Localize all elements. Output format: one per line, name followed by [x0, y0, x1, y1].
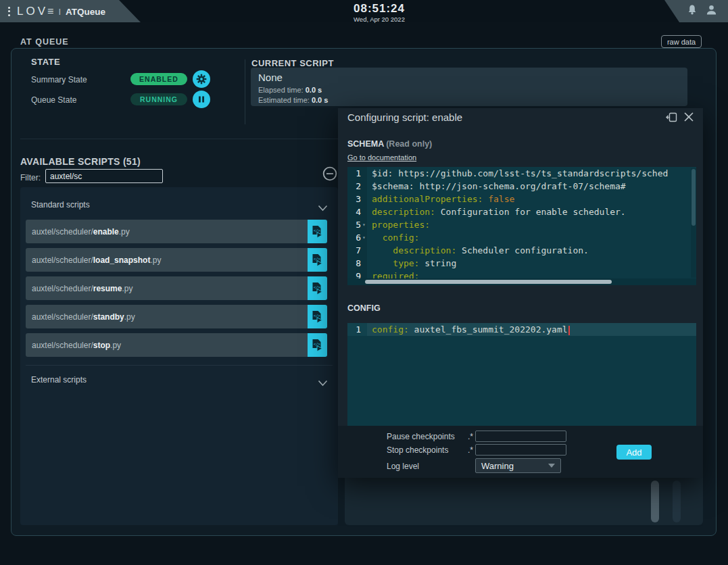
log-level-label: Log level	[387, 462, 419, 471]
filter-input[interactable]	[45, 169, 163, 183]
summary-state-settings-button[interactable]	[193, 70, 210, 88]
queue-state-badge: RUNNING	[130, 93, 187, 105]
pause-checkpoints-input[interactable]	[475, 431, 566, 442]
line-number: 9	[347, 270, 361, 279]
documentation-link[interactable]: Go to documentation	[347, 153, 416, 162]
estimated-time-value: 0.0 s	[312, 96, 328, 104]
code-text: description: Configuration for enable sc…	[367, 205, 626, 218]
standard-scripts-group-label: Standard scripts	[31, 200, 90, 210]
schema-heading-text: SCHEMA	[347, 139, 384, 149]
config-code-editor[interactable]: 1config: auxtel_fbs_summit_202202.yaml	[347, 323, 696, 426]
gear-icon	[196, 74, 207, 84]
launch-script-button[interactable]: </>	[308, 220, 327, 243]
launch-script-button[interactable]: </>	[308, 248, 327, 272]
code-text: $id: https://github.com/lsst-ts/ts_stand…	[367, 167, 668, 180]
logo-text: LOV	[17, 5, 48, 18]
clock: 08:51:24 Wed, Apr 20 2022	[354, 2, 405, 23]
code-line: 1config: auxtel_fbs_summit_202202.yaml	[347, 323, 696, 336]
code-text: description: Scheduler configuration.	[367, 244, 589, 257]
script-file-icon: </>	[312, 310, 323, 324]
queue-scrollbar[interactable]	[651, 481, 659, 522]
code-text: properties:	[367, 218, 430, 231]
line-number: 6	[347, 231, 361, 244]
stop-checkpoints-label: Stop checkpoints .*	[387, 445, 473, 455]
logo-divider: I	[58, 7, 61, 17]
love-logo: LOV ≡ I ATQueue	[17, 5, 105, 18]
duplicate-icon[interactable]	[665, 112, 678, 126]
svg-text:</>: </>	[314, 256, 321, 260]
log-level-value: Warning	[481, 461, 514, 471]
pause-regex-hint: .*	[468, 432, 473, 441]
menu-dots-icon[interactable]	[8, 7, 10, 16]
user-account-icon[interactable]	[706, 4, 717, 18]
code-line: 4description: Configuration for enable s…	[347, 205, 696, 218]
fold-caret-icon[interactable]: ▾	[361, 231, 367, 244]
external-scripts-group-label: External scripts	[31, 375, 87, 385]
code-line: 9required:	[347, 270, 696, 279]
gutter-spacer	[361, 167, 367, 180]
line-number: 5	[347, 218, 361, 231]
script-row[interactable]: auxtel/scheduler/enable.py</>	[26, 220, 327, 243]
pause-queue-button[interactable]	[193, 91, 210, 108]
gutter-spacer	[361, 193, 367, 205]
config-heading: CONFIG	[347, 303, 381, 313]
code-text: required:	[367, 270, 419, 279]
raw-data-button[interactable]: raw data	[661, 35, 702, 48]
script-row[interactable]: auxtel/scheduler/load_snapshot.py</>	[26, 248, 327, 272]
gutter-spacer	[361, 244, 367, 257]
pause-icon	[197, 95, 205, 103]
launch-script-button[interactable]: </>	[308, 305, 327, 328]
code-text: config: auxtel_fbs_summit_202202.yaml	[367, 323, 570, 336]
line-number: 1	[347, 323, 361, 336]
script-path: auxtel/scheduler/load_snapshot.py	[26, 248, 308, 272]
script-row[interactable]: auxtel/scheduler/standby.py</>	[26, 305, 327, 328]
notifications-bell-icon[interactable]	[687, 4, 698, 18]
fold-caret-icon[interactable]: ▾	[361, 218, 367, 231]
clock-time: 08:51:24	[354, 2, 405, 16]
script-path: auxtel/scheduler/stop.py	[26, 333, 308, 357]
estimated-time-row: Estimated time: 0.0 s	[258, 96, 328, 104]
svg-text:</>: </>	[314, 285, 321, 289]
script-file-icon: </>	[312, 339, 323, 352]
summary-state-label: Summary State	[31, 75, 87, 84]
svg-text:</>: </>	[314, 313, 321, 317]
code-text: additionalProperties: false	[367, 193, 514, 205]
log-level-select[interactable]: Warning	[475, 458, 561, 473]
script-path: auxtel/scheduler/resume.py	[26, 276, 308, 300]
launch-script-button[interactable]: </>	[308, 333, 327, 357]
script-row[interactable]: auxtel/scheduler/stop.py</>	[26, 333, 327, 357]
line-number: 8	[347, 257, 361, 270]
close-icon[interactable]	[683, 112, 694, 125]
schema-vertical-scrollbar[interactable]	[691, 169, 696, 226]
schema-horizontal-scrollbar[interactable]	[365, 280, 612, 284]
top-bar-left-tab: LOV ≡ I ATQueue	[0, 0, 143, 22]
line-number: 1	[347, 167, 361, 180]
available-scripts-title: AVAILABLE SCRIPTS (51)	[20, 156, 141, 167]
script-path: auxtel/scheduler/standby.py	[26, 305, 308, 328]
code-line: 5▾properties:	[347, 218, 696, 231]
clock-date: Wed, Apr 20 2022	[354, 16, 405, 23]
standard-scripts-list: auxtel/scheduler/enable.py</>auxtel/sche…	[26, 220, 327, 362]
group-divider	[26, 365, 333, 366]
external-scripts-chevron-down-icon[interactable]	[318, 377, 328, 389]
line-number: 4	[347, 205, 361, 218]
code-text: type: string	[367, 257, 456, 270]
elapsed-time-value: 0.0 s	[306, 86, 322, 94]
code-line: 2$schema: http://json-schema.org/draft-0…	[347, 180, 696, 193]
collapse-minus-icon[interactable]	[322, 166, 337, 181]
logo-e-glyph: ≡	[47, 5, 53, 18]
launch-script-button[interactable]: </>	[308, 276, 327, 300]
app-name: ATQueue	[66, 7, 105, 17]
gutter-spacer	[361, 180, 367, 193]
script-file-icon: </>	[312, 253, 323, 267]
code-text: config:	[367, 231, 419, 244]
schema-code-editor[interactable]: 1$id: https://github.com/lsst-ts/ts_stan…	[347, 167, 696, 279]
add-button[interactable]: Add	[616, 445, 652, 460]
code-text: $schema: http://json-schema.org/draft-07…	[367, 180, 626, 193]
script-row[interactable]: auxtel/scheduler/resume.py</>	[26, 276, 327, 300]
queue-panel-fragment	[345, 478, 703, 525]
stop-checkpoints-input[interactable]	[475, 444, 566, 456]
code-line: 7 description: Scheduler configuration.	[347, 244, 696, 257]
standard-scripts-chevron-down-icon[interactable]	[318, 202, 328, 214]
line-number: 2	[347, 180, 361, 193]
